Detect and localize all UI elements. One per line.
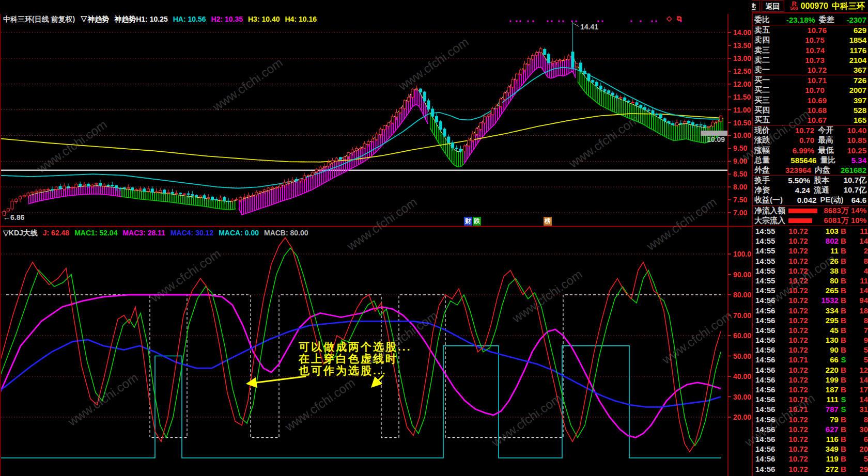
- bid-row-2[interactable]: 买二10.702007: [753, 85, 868, 95]
- tape-row-9: 14:5610.72295B8: [753, 315, 868, 325]
- price-axis-label: 13.50: [733, 41, 751, 50]
- ask-row-2[interactable]: 卖二10.732104: [753, 55, 868, 65]
- price-axis-label: 10.50: [733, 119, 751, 127]
- margin-badge: R 500: [791, 2, 798, 10]
- tape-row-12: 14:5610.7290B5: [753, 345, 868, 355]
- trading-app-window: 分时1分钟5分钟15分钟30分钟60分钟日线周线月线多周期更多 > 复权叠加统计…: [0, 0, 868, 476]
- price-axis-label: 12.00: [733, 80, 751, 88]
- stock-code: 000970: [801, 2, 828, 11]
- window-icon[interactable]: ⧉: [677, 14, 681, 22]
- title-segment-3: HA: 10.56: [173, 15, 206, 23]
- price-axis-label: 8.50: [733, 170, 747, 178]
- note-line-2: 也可作为选股...: [298, 364, 387, 376]
- ask-row-5[interactable]: 卖五10.76629: [753, 25, 868, 35]
- ask-queue: 卖五10.76629卖四10.751854卖三10.741176卖二10.732…: [753, 25, 868, 75]
- tape-row-7: 14:5610.721532B94: [753, 295, 868, 305]
- quote-row-4: 外盘323964内盘261682: [753, 165, 868, 175]
- indicator-axis-label: 40.00: [733, 372, 751, 380]
- event-chip-0[interactable]: 财: [464, 217, 472, 226]
- tape-row-25: 14:5610.7257B8: [753, 474, 868, 476]
- tape-row-23: 14:5610.72119B5: [753, 454, 868, 464]
- stock-name: 中科三环: [832, 1, 865, 12]
- tape-row-0: 14:5510.72103B11: [753, 226, 868, 236]
- chart-corner-icons[interactable]: ◇ ⧉: [667, 14, 681, 23]
- title-segment-0: 中科三环(日线 前复权): [3, 15, 75, 23]
- tape-row-15: 14:5610.72199B14: [753, 375, 868, 385]
- tape-row-3: 14:5510.7226B8: [753, 256, 868, 266]
- title-segment-3: MAC3: 28.11: [122, 229, 165, 237]
- title-segment-1: J: 62.48: [43, 229, 69, 237]
- tape-row-21: 14:5610.72116B6: [753, 434, 868, 444]
- weibi-row: 委比-23.18%委差-2307: [753, 15, 868, 25]
- title-segment-6: MACB: 80.00: [264, 229, 308, 237]
- title-segment-4: MAC4: 30.12: [171, 229, 213, 237]
- tape-row-8: 14:5610.72334B18: [753, 305, 868, 315]
- kdj-indicator-title: ▽KDJ大线J: 62.48MAC1: 52.04MAC3: 28.11MAC4…: [3, 229, 314, 238]
- price-axis-label: 9.50: [733, 144, 747, 152]
- event-chip-2[interactable]: 榜: [544, 217, 552, 226]
- tape-row-10: 14:5610.7245B7: [753, 325, 868, 335]
- tape-row-22: 14:5610.72349B20: [753, 444, 868, 454]
- flow-row-1: 大宗流入6081万 10%: [753, 216, 868, 226]
- indicator-axis-label: 80.00: [733, 291, 751, 299]
- tape-row-6: 14:5510.72265B14: [753, 285, 868, 295]
- tape-row-11: 14:5610.72130B9: [753, 335, 868, 345]
- stock-identity: R 500 000970 中科三环: [791, 1, 865, 12]
- tape-row-20: 14:5610.72627B30: [753, 424, 868, 434]
- indicator-axis-label: 90.00: [733, 271, 751, 279]
- tape-row-19: 14:5610.7279B8: [753, 415, 868, 424]
- indicator-axis-label: 50.00: [733, 352, 751, 360]
- bid-row-5[interactable]: 买五10.67165: [753, 115, 868, 125]
- price-axis-label: 14.00: [733, 28, 751, 37]
- tape-row-4: 14:5510.7238B4: [753, 266, 868, 276]
- price-axis-label: 7.00: [733, 209, 747, 217]
- bid-row-4[interactable]: 买四10.68528: [753, 105, 868, 115]
- tape-row-1: 14:5510.72802B14: [753, 236, 868, 246]
- title-segment-6: H4: 10.16: [285, 15, 316, 23]
- price-axis-label: 13.00: [733, 54, 751, 62]
- title-segment-0: ▽KDJ大线: [3, 229, 38, 237]
- svg-text:←6.86: ←6.86: [3, 213, 24, 221]
- time-sales-list[interactable]: 14:5510.72103B1114:5510.72802B1414:5510.…: [753, 226, 868, 476]
- fund-row-2: 收益(一)0.042PE(动)64.6: [753, 195, 868, 205]
- price-axis-label: 11.50: [733, 93, 751, 101]
- tape-row-14: 14:5610.72220B12: [753, 365, 868, 375]
- tape-row-16: 14:5610.72187B17: [753, 385, 868, 394]
- quote-sidebar: 委比-23.18%委差-2307 卖五10.76629卖四10.751854卖三…: [752, 13, 868, 476]
- title-segment-5: H3: 10.40: [248, 15, 280, 23]
- weibi-section: 委比-23.18%委差-2307: [753, 13, 868, 25]
- ask-row-3[interactable]: 卖三10.741176: [753, 45, 868, 55]
- event-chip-1[interactable]: 跌: [473, 217, 481, 226]
- indicator-axis-label: 20.00: [733, 413, 751, 421]
- bid-row-1[interactable]: 买一10.71726: [753, 75, 868, 85]
- candle-chart-title: 中科三环(日线 前复权)▽神趋势神趋势H1: 10.25HA: 10.56H2:…: [3, 15, 322, 24]
- flow-row-0: 净流入额8683万 14%: [753, 206, 868, 216]
- tape-row-17: 14:5610.71111S14: [753, 394, 868, 404]
- quote-row-1: 涨跌0.70最高10.85: [753, 135, 868, 145]
- svg-text:10.09: 10.09: [707, 135, 725, 144]
- indicator-axis-label: 100.0: [733, 250, 751, 258]
- note-line-1: 在上穿白色虚线时: [298, 353, 398, 364]
- quote-row-0: 现价10.72今开10.40: [753, 125, 868, 135]
- title-segment-4: H2: 10.35: [211, 15, 243, 23]
- title-segment-2: 神趋势H1: 10.25: [114, 15, 167, 23]
- flow-bar-icon: [788, 209, 817, 213]
- indicator-axis-label: 70.00: [733, 311, 751, 320]
- chart-canvas[interactable]: 14.41←6.86可以做成两个选股...在上穿白色虚线时也可作为选股...10…: [0, 0, 752, 476]
- ask-row-4[interactable]: 卖四10.751854: [753, 35, 868, 45]
- fund-row-1: 净资4.24流通10.7亿: [753, 185, 868, 195]
- tape-row-24: 14:5610.72272B29: [753, 464, 868, 473]
- price-axis-label: 10.00: [733, 131, 751, 139]
- tape-row-18: 14:5610.71787S31: [753, 404, 868, 414]
- bid-row-3[interactable]: 买三10.69397: [753, 96, 868, 105]
- ask-row-1[interactable]: 卖一10.72367: [753, 65, 868, 75]
- tape-row-5: 14:5510.7280B11: [753, 276, 868, 285]
- price-axis-label: 12.50: [733, 67, 751, 75]
- fund-row-0: 换手5.50%股本10.7亿: [753, 176, 868, 185]
- fundamental-info: 换手5.50%股本10.7亿净资4.24流通10.7亿收益(一)0.042PE(…: [753, 176, 868, 206]
- diamond-icon[interactable]: ◇: [667, 14, 672, 22]
- price-axis-label: 11.00: [733, 106, 751, 114]
- price-axis-label: 9.00: [733, 157, 747, 165]
- flow-bar-icon: [788, 218, 812, 223]
- toolbar-button-7[interactable]: 返回: [762, 1, 784, 12]
